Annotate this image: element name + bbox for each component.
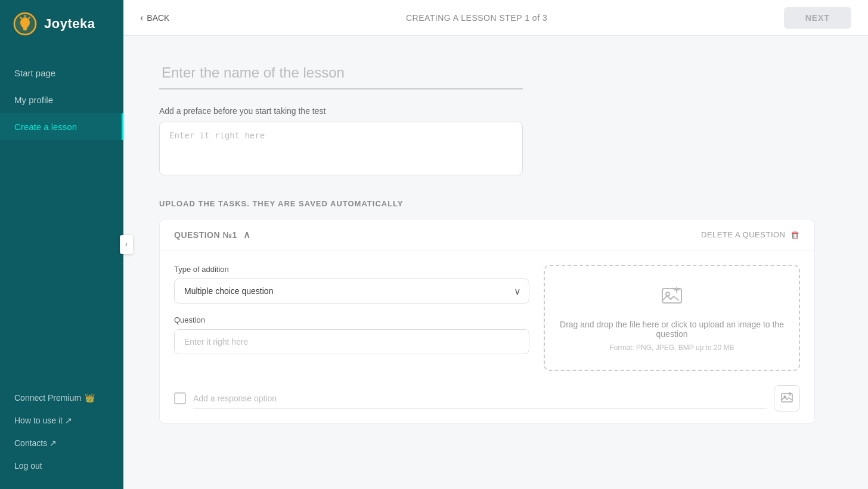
question-left-panel: Type of addition Multiple choice questio… [174, 265, 529, 371]
upload-image-icon [660, 284, 684, 312]
connect-premium-label: Connect Premium [14, 393, 81, 403]
type-select[interactable]: Multiple choice question Single choice q… [174, 278, 529, 304]
response-image-button[interactable] [774, 385, 800, 411]
trash-icon: 🗑 [790, 230, 801, 240]
contacts-label: Contacts ↗ [14, 438, 57, 448]
log-out-label: Log out [14, 461, 42, 471]
svg-line-7 [20, 17, 21, 18]
sidebar-item-label: Create a lesson [14, 122, 77, 132]
sidebar-logo-text: Joyteka [44, 16, 95, 32]
how-to-use-label: How to use it ↗ [14, 416, 72, 425]
svg-point-9 [666, 292, 669, 296]
question-card: QUESTION №1 ∧ DELETE A QUESTION 🗑 Type o… [159, 219, 815, 424]
sidebar: Joyteka Start page My profile Create a l… [0, 0, 123, 489]
image-upload-area[interactable]: Drag and drop the file here or click to … [544, 265, 800, 371]
main-content: ‹ BACK CREATING A LESSON STEP 1 of 3 NEX… [123, 0, 868, 489]
question-number-label: QUESTION №1 [174, 230, 237, 240]
svg-rect-3 [23, 27, 27, 29]
sidebar-item-connect-premium[interactable]: Connect Premium 👑 [0, 386, 123, 409]
question-text-input[interactable] [174, 329, 529, 354]
type-label: Type of addition [174, 265, 529, 274]
delete-question-button[interactable]: DELETE A QUESTION 🗑 [701, 230, 800, 240]
content-area: Add a preface before you start taking th… [123, 36, 868, 489]
collapse-question-icon[interactable]: ∧ [243, 229, 251, 240]
svg-rect-4 [23, 29, 27, 30]
back-arrow-icon: ‹ [140, 13, 143, 23]
sidebar-item-my-profile[interactable]: My profile [0, 86, 123, 113]
next-button[interactable]: NEXT [784, 7, 851, 29]
sidebar-logo: Joyteka [0, 0, 123, 48]
response-checkbox[interactable] [174, 392, 186, 404]
sidebar-item-contacts[interactable]: Contacts ↗ [0, 432, 123, 454]
back-button[interactable]: ‹ BACK [140, 13, 169, 23]
sidebar-nav: Start page My profile Create a lesson [0, 48, 123, 386]
type-select-wrapper: Multiple choice question Single choice q… [174, 278, 529, 304]
question-number: QUESTION №1 ∧ [174, 229, 250, 240]
step-title: CREATING A LESSON STEP 1 of 3 [406, 13, 547, 23]
svg-line-6 [29, 17, 30, 18]
svg-rect-12 [782, 394, 792, 402]
sidebar-bottom: Connect Premium 👑 How to use it ↗ Contac… [0, 386, 123, 489]
question-field-label: Question [174, 315, 529, 324]
preface-label: Add a preface before you start taking th… [159, 106, 832, 116]
delete-question-label: DELETE A QUESTION [701, 230, 785, 239]
sidebar-item-start-page[interactable]: Start page [0, 60, 123, 86]
upload-text: Drag and drop the file here or click to … [559, 320, 785, 339]
sidebar-item-label: Start page [14, 68, 55, 78]
sidebar-item-label: My profile [14, 95, 53, 105]
preface-textarea[interactable] [159, 122, 523, 175]
sidebar-collapse-button[interactable]: ‹ [120, 235, 133, 254]
crown-icon: 👑 [85, 393, 95, 403]
back-label: BACK [147, 13, 169, 23]
response-option-input[interactable] [193, 389, 767, 408]
upload-section-title: UPLOAD THE TASKS. THEY ARE SAVED AUTOMAT… [159, 199, 832, 208]
question-body: Type of addition Multiple choice questio… [160, 250, 814, 385]
sidebar-item-log-out[interactable]: Log out [0, 454, 123, 477]
response-option-row [160, 385, 814, 423]
lesson-name-input[interactable] [159, 60, 523, 89]
sidebar-item-create-lesson[interactable]: Create a lesson [0, 113, 123, 140]
question-card-header: QUESTION №1 ∧ DELETE A QUESTION 🗑 [160, 219, 814, 250]
topbar: ‹ BACK CREATING A LESSON STEP 1 of 3 NEX… [123, 0, 868, 36]
sidebar-item-how-to-use[interactable]: How to use it ↗ [0, 409, 123, 432]
upload-format-text: Format: PNG, JPEG, BMP up to 20 MB [609, 343, 734, 352]
joyteka-logo-icon [12, 11, 38, 37]
collapse-icon: ‹ [125, 240, 128, 249]
